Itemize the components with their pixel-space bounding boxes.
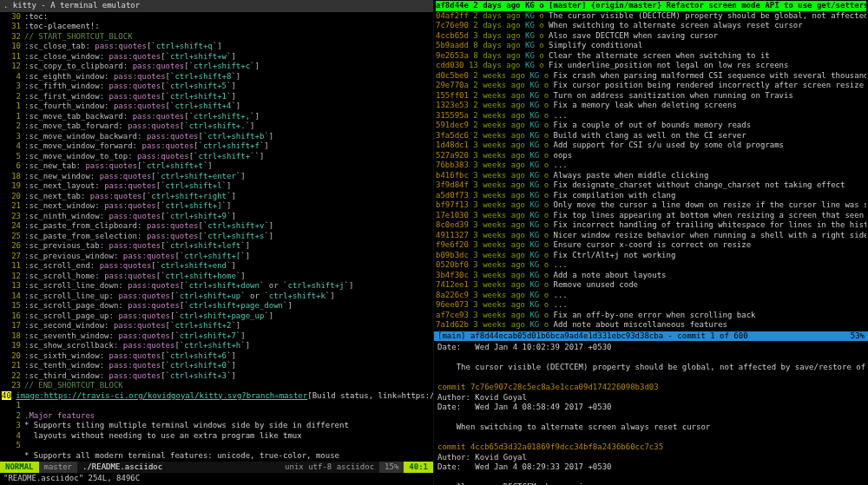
log-line[interactable]: cdd030 13 days ago KG o Fix underline_po… bbox=[436, 61, 866, 71]
shortcut-line: 22:sc_third_window: pass:quotes[`ctrl+sh… bbox=[2, 371, 433, 382]
shortcut-line: 3:sc_move_window_backward: pass:quotes[`… bbox=[2, 132, 433, 142]
editor-line: 23// END_SHORTCUT_BLOCK bbox=[2, 381, 433, 391]
log-line[interactable]: 5b9aadd 8 days ago KG o Simplify conditi… bbox=[436, 41, 866, 51]
log-line[interactable]: 315595a 2 weeks ago KG o ... bbox=[436, 111, 866, 121]
log-line[interactable]: 0520bf0 3 weeks ago KG o ... bbox=[436, 260, 866, 271]
shortcut-line: 3:sc_fifth_window: pass:quotes[`ctrl+shi… bbox=[2, 82, 433, 92]
commit-author: Author: Kovid Goyal bbox=[437, 393, 865, 403]
log-line[interactable]: a5d0f73 3 weeks ago KG o Fix compilation… bbox=[436, 191, 866, 201]
log-line[interactable]: 3b4f30c 3 weeks ago KG o Add a note abou… bbox=[436, 271, 866, 281]
shortcut-line: 2:sc_move_tab_forward: pass:quotes[`ctrl… bbox=[2, 121, 433, 132]
shortcut-line: 15:sc_scroll_page_down: pass:quotes[`ctr… bbox=[2, 301, 433, 311]
percent-indicator: 15% bbox=[379, 462, 404, 474]
log-line[interactable]: 4ccb65d 3 days ago KG o Also save DECTCE… bbox=[436, 31, 866, 42]
log-line[interactable]: 76bb383 3 weeks ago KG o ... bbox=[436, 161, 866, 171]
shortcut-line: 27:sc_previous_window: pass:quotes[`ctrl… bbox=[2, 252, 433, 262]
log-line[interactable]: b09b3dc 3 weeks ago KG o Fix Ctrl/Alt+j … bbox=[436, 251, 866, 261]
vim-status-line: NORMAL master ./README.asciidoc unix utf… bbox=[0, 462, 433, 474]
feature-line: 4 layouts without needing to use an extr… bbox=[2, 431, 433, 442]
commit-hash: commit 4ccb65d3d32a01869f9dcc34bf8a2436b… bbox=[437, 442, 865, 453]
shortcut-line: 11:sc_close_window: pass:quotes[`ctrl+sh… bbox=[2, 52, 433, 62]
commit-author: Author: Kovid Goyal bbox=[437, 453, 865, 463]
shortcut-line: 1:sc_move_tab_backward: pass:quotes[`ctr… bbox=[2, 112, 433, 122]
shortcut-line: 2:sc_first_window: pass:quotes[`ctrl+shi… bbox=[2, 92, 433, 102]
log-line[interactable]: 8c0ed39 3 weeks ago KG o Fix incorrect h… bbox=[436, 220, 866, 231]
feature-line: 5 bbox=[2, 441, 433, 451]
editor-line: 31:toc-placement!: bbox=[2, 22, 433, 32]
commit-hash: commit 7c76e907c28c5ec8a3e1cca09d1742260… bbox=[437, 383, 865, 393]
log-line[interactable]: 9e2653a 8 days ago KG o Clear the altern… bbox=[436, 51, 866, 62]
encoding-indicator: unix utf-8 asciidoc bbox=[279, 462, 379, 474]
shortcut-line: 12:sc_copy_to_clipboard: pass:quotes[`ct… bbox=[2, 62, 433, 72]
editor-pane: . kitty - A terminal emulator 30:toc:31:… bbox=[0, 0, 434, 485]
log-line[interactable]: b416fbc 3 weeks ago KG o Always paste wh… bbox=[436, 171, 866, 181]
log-line[interactable]: 3fa5dc6 2 weeks ago KG o Build with clan… bbox=[436, 131, 866, 141]
log-line[interactable]: 29e770a 2 weeks ago KG o Fix cursor posi… bbox=[436, 81, 866, 91]
shortcut-line: 25:sc_paste_from_selection: pass:quotes[… bbox=[2, 232, 433, 242]
commit-date: Date: Wed Jan 4 08:58:49 2017 +0530 bbox=[437, 403, 865, 413]
log-line[interactable]: 8a226c9 3 weeks ago KG o ... bbox=[436, 291, 866, 301]
window-title: . kitty - A terminal emulator bbox=[0, 0, 433, 12]
log-line-selected[interactable]: af8d44e 2 days ago KG o [master] {origin… bbox=[436, 1, 866, 11]
log-line[interactable]: d0c5be0 2 weeks ago KG o Fix crash when … bbox=[436, 71, 866, 82]
feature-line: 3* Supports tiling multiple terminal win… bbox=[2, 421, 433, 431]
log-line[interactable]: 155ff01 2 weeks ago KG o Turn on address… bbox=[436, 91, 866, 102]
log-line[interactable]: 3f9d84f 3 weeks ago KG o Fix designate_c… bbox=[436, 180, 866, 191]
shortcut-line: 18:sc_seventh_window: pass:quotes[`ctrl+… bbox=[2, 331, 433, 342]
log-line[interactable]: 7a1d62b 3 weeks ago KG o Add note about … bbox=[436, 320, 866, 331]
commit-detail[interactable]: Date: Wed Jan 4 10:02:39 2017 +0530 The … bbox=[434, 341, 868, 485]
position-indicator: 40:1 bbox=[404, 462, 433, 474]
shortcut-line: 24:sc_paste_from_clipboard: pass:quotes[… bbox=[2, 221, 433, 232]
shortcut-line: 10:sc_close_tab: pass:quotes[`ctrl+shift… bbox=[2, 42, 433, 52]
branch-indicator: master bbox=[39, 462, 78, 474]
shortcut-line: 16:sc_scroll_page_up: pass:quotes[`ctrl+… bbox=[2, 311, 433, 322]
commit-date: Date: Wed Jan 4 10:02:39 2017 +0530 bbox=[437, 343, 865, 353]
log-line[interactable]: 7c76e90 2 days ago KG o When switching t… bbox=[436, 21, 866, 31]
shortcut-line: 17:sc_second_window: pass:quotes[`ctrl+s… bbox=[2, 321, 433, 331]
shortcut-line: 21:sc_tenth_window: pass:quotes[`ctrl+sh… bbox=[2, 361, 433, 371]
log-line[interactable]: 96ee073 3 weeks ago KG o ... bbox=[436, 300, 866, 311]
shortcut-line: 21:sc_next_window: pass:quotes[`ctrl+shi… bbox=[2, 201, 433, 212]
log-line[interactable]: 1323e53 2 weeks ago KG o Fix a memory le… bbox=[436, 101, 866, 111]
log-line[interactable]: 4911327 3 weeks ago KG o Nicer window re… bbox=[436, 231, 866, 241]
mode-indicator: NORMAL bbox=[0, 462, 39, 474]
file-name: ./README.asciidoc bbox=[77, 462, 168, 474]
shortcut-line: 12:sc_scroll_home: pass:quotes[`ctrl+shi… bbox=[2, 272, 433, 282]
shortcut-line: 23:sc_ninth_window: pass:quotes[`ctrl+sh… bbox=[2, 212, 433, 222]
log-line[interactable]: 7412ee1 3 weeks ago KG o Remove unused c… bbox=[436, 280, 866, 291]
ruler-left: [main] af8d44ecab05d01b6bca9ad4e1d331ebc… bbox=[437, 331, 748, 342]
editor-body[interactable]: 30:toc:31:toc-placement!:32// START_SHOR… bbox=[0, 12, 433, 462]
shortcut-line: 13:sc_scroll_line_down: pass:quotes[`ctr… bbox=[2, 281, 433, 292]
log-line[interactable]: f9e6f20 3 weeks ago KG o Ensure cursor x… bbox=[436, 240, 866, 251]
shortcut-line: 4:sc_eighth_window: pass:quotes[`ctrl+sh… bbox=[2, 72, 433, 82]
log-line[interactable]: 591dec9 2 weeks ago KG o Fix a couple of… bbox=[436, 121, 866, 131]
log-line[interactable]: 1d48dc1 3 weeks ago KG o Add support for… bbox=[436, 141, 866, 151]
shortcut-line: 4:sc_move_window_forward: pass:quotes[`c… bbox=[2, 141, 433, 152]
commit-date: Date: Wed Jan 4 08:29:33 2017 +0530 bbox=[437, 462, 865, 473]
shortcut-line: 5:sc_move_window_to_top: pass:quotes[`ct… bbox=[2, 152, 433, 162]
log-line[interactable]: 527a920 3 weeks ago KG o oops bbox=[436, 151, 866, 161]
shortcut-line: 19:sc_next_layout: pass:quotes[`ctrl+shi… bbox=[2, 181, 433, 192]
shortcut-line: 20:sc_next_tab: pass:quotes[`ctrl+shift+… bbox=[2, 192, 433, 202]
feature-line: * Supports all modern terminal features:… bbox=[2, 451, 433, 462]
log-line[interactable]: 04af2ff 2 days ago KG o The cursor visib… bbox=[436, 11, 866, 22]
shortcut-line: 14:sc_scroll_line_up: pass:quotes[`ctrl+… bbox=[2, 292, 433, 302]
log-line[interactable]: 17e1030 3 weeks ago KG o Fix top lines a… bbox=[436, 211, 866, 221]
log-line[interactable]: af7ce93 3 weeks ago KG o Fix an off-by-o… bbox=[436, 311, 866, 321]
shortcut-line: 19:sc_show_scrollback: pass:quotes[`ctrl… bbox=[2, 341, 433, 351]
log-line[interactable]: bf97f13 3 weeks ago KG o Only move the c… bbox=[436, 200, 866, 211]
editor-line: 32// START_SHORTCUT_BLOCK bbox=[2, 32, 433, 43]
features-head: 2.Major features bbox=[2, 411, 433, 422]
tig-status-ruler: [main] af8d44ecab05d01b6bca9ad4e1d331ebc… bbox=[434, 331, 868, 342]
shortcut-line: 6:sc_new_tab: pass:quotes[`ctrl+shift+t`… bbox=[2, 161, 433, 172]
cursor-line: 40 image:https://travis-ci.org/kovidgoya… bbox=[2, 391, 433, 402]
vim-cmdline[interactable]: "README.asciidoc" 254L, 8496C bbox=[0, 473, 433, 485]
git-pane: af8d44e 2 days ago KG o [master] {origin… bbox=[434, 0, 868, 485]
commit-body: The cursor visible (DECTCEM) property sh… bbox=[437, 363, 865, 373]
commit-body: When switching to alternate screen alway… bbox=[437, 423, 865, 433]
git-log[interactable]: af8d44e 2 days ago KG o [master] {origin… bbox=[434, 0, 868, 331]
shortcut-line: 26:sc_previous_tab: pass:quotes[`ctrl+sh… bbox=[2, 241, 433, 252]
editor-line: 30:toc: bbox=[2, 12, 433, 23]
shortcut-line: 20:sc_sixth_window: pass:quotes[`ctrl+sh… bbox=[2, 351, 433, 362]
ruler-right: 53% bbox=[851, 331, 865, 342]
